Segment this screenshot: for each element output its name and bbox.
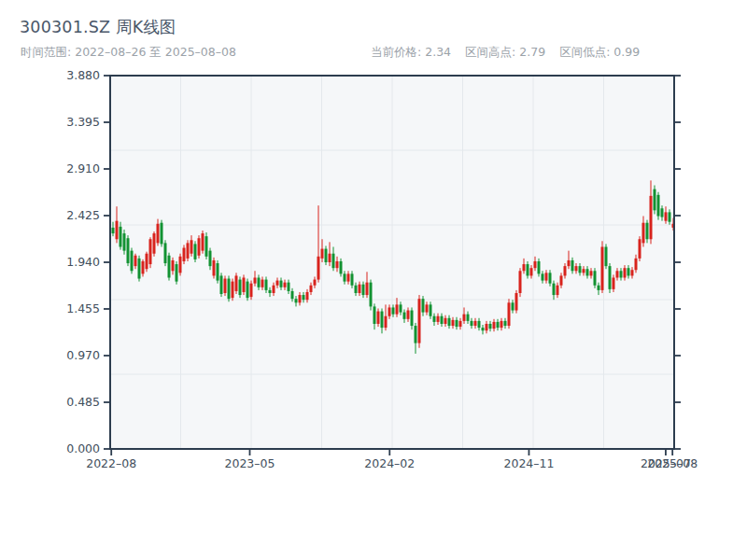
candle-down <box>194 241 197 262</box>
candle-up <box>153 231 156 257</box>
candle-down <box>176 261 178 285</box>
y-tick-label: 2.425 <box>38 208 100 222</box>
candle-down <box>168 253 171 281</box>
candle-up <box>179 254 182 276</box>
candlestick-chart <box>0 0 747 560</box>
kline-chart-page: 300301.SZ 周K线图 时间范围:2022–08–26 至 2025–08… <box>0 0 747 560</box>
candle-up <box>202 231 204 254</box>
y-tick-label: 0.000 <box>38 441 100 455</box>
y-tick-label: 1.455 <box>38 301 100 315</box>
candle-down <box>164 240 167 266</box>
candle-down <box>205 232 208 259</box>
candle-down <box>161 220 163 247</box>
y-tick-label: 2.910 <box>38 161 100 175</box>
candle-down <box>228 275 231 301</box>
candle-down <box>138 256 141 282</box>
candle-down <box>220 273 223 297</box>
candle-down <box>605 244 608 269</box>
candle-up <box>519 268 522 297</box>
candle-down <box>127 235 130 266</box>
candle-up <box>601 241 604 293</box>
candle-down <box>131 248 134 274</box>
candle-up <box>224 275 227 296</box>
candle-up <box>198 235 201 259</box>
y-tick-label: 3.395 <box>38 115 100 129</box>
candle-down <box>657 192 660 220</box>
candle-down <box>217 260 219 284</box>
candle-down <box>594 268 597 288</box>
candle-up <box>187 240 190 261</box>
x-tick-label: 2025–08 <box>633 456 712 470</box>
candle-up <box>149 237 152 268</box>
candle-down <box>609 263 612 293</box>
candle-up <box>146 252 148 273</box>
candle-up <box>508 299 511 329</box>
candle-down <box>654 186 656 215</box>
candle-down <box>370 280 373 311</box>
candle-up <box>418 295 421 348</box>
candle-down <box>247 279 249 301</box>
candle-up <box>232 279 234 301</box>
x-tick-label: 2024–02 <box>350 456 429 470</box>
y-tick-label: 1.940 <box>38 255 100 269</box>
candle-up <box>515 290 518 314</box>
x-tick-label: 2022–08 <box>72 456 150 470</box>
x-tick-label: 2023–05 <box>210 456 289 470</box>
candle-up <box>235 273 238 294</box>
candle-up <box>213 258 216 279</box>
y-tick-label: 0.970 <box>38 348 100 362</box>
candle-down <box>239 276 242 298</box>
y-tick-label: 3.880 <box>38 68 100 82</box>
candle-up <box>639 236 641 261</box>
x-tick-label: 2024–11 <box>489 456 568 470</box>
y-tick-label: 0.485 <box>38 395 100 409</box>
candle-up <box>243 274 246 295</box>
